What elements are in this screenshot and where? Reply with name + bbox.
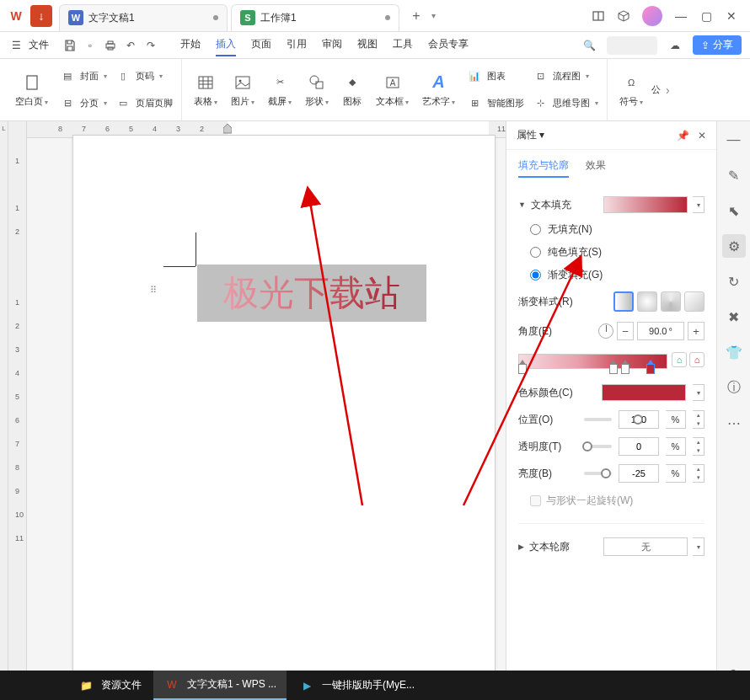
tab-doc1[interactable]: W 文字文稿1 bbox=[59, 4, 228, 31]
undo-icon[interactable]: ↶ bbox=[123, 38, 138, 53]
angle-decrease[interactable]: − bbox=[617, 322, 634, 340]
stop-color-swatch[interactable] bbox=[602, 384, 686, 401]
brightness-input[interactable] bbox=[619, 464, 659, 483]
canvas-area[interactable]: 8 7 6 5 4 3 2 1 1 2 3 4 5 6 7 8 9 10 11 … bbox=[27, 121, 506, 671]
more-button[interactable]: 公 bbox=[650, 80, 662, 99]
file-menu[interactable]: 文件 bbox=[29, 38, 49, 52]
stop-color-dropdown[interactable]: ▾ bbox=[693, 384, 704, 401]
fill-solid-radio[interactable]: 纯色填充(S) bbox=[518, 241, 704, 264]
wordart-button[interactable]: A艺术字▾ bbox=[415, 69, 462, 111]
ribbon-tab-view[interactable]: 视图 bbox=[357, 34, 378, 56]
gradient-stops-bar[interactable]: ⌂ ⌂ bbox=[518, 350, 704, 374]
gradient-stop-4[interactable] bbox=[646, 364, 655, 374]
tab-sheet1[interactable]: S 工作簿1 bbox=[231, 4, 399, 31]
task-wps[interactable]: W 文字文稿1 - WPS ... bbox=[153, 671, 287, 700]
icon-button[interactable]: ◆图标 bbox=[335, 69, 369, 111]
flowchart-button[interactable]: ⊡流程图▾ bbox=[528, 66, 602, 88]
header-footer-button[interactable]: ▭页眉页脚 bbox=[110, 93, 176, 115]
wps-logo-icon[interactable]: W bbox=[5, 5, 27, 27]
search-icon[interactable]: 🔍 bbox=[581, 38, 597, 53]
drag-handle-icon[interactable]: ⠿ bbox=[150, 288, 162, 300]
chart-button[interactable]: 📊图表 bbox=[462, 66, 528, 88]
cube-icon[interactable] bbox=[617, 9, 630, 23]
document-page[interactable] bbox=[72, 135, 496, 671]
symbol-button[interactable]: Ω符号▾ bbox=[613, 69, 650, 111]
fill-preview-swatch[interactable] bbox=[603, 196, 688, 213]
cloud-icon[interactable]: ☁ bbox=[667, 38, 683, 53]
rt-settings-icon[interactable]: ⚙ bbox=[722, 234, 746, 258]
opacity-input[interactable] bbox=[619, 437, 659, 456]
rt-minimize-icon[interactable]: — bbox=[722, 128, 746, 152]
gradient-linear-icon[interactable] bbox=[613, 291, 634, 312]
add-stop-icon[interactable]: ⌂ bbox=[672, 352, 687, 367]
section-text-fill[interactable]: ▼ 文本填充 ▾ bbox=[518, 191, 704, 218]
close-button[interactable]: ✕ bbox=[725, 9, 738, 23]
outline-dropdown[interactable]: ▾ bbox=[693, 537, 704, 556]
ribbon-tab-start[interactable]: 开始 bbox=[180, 34, 201, 56]
print-preview-icon[interactable]: ▫ bbox=[83, 38, 98, 53]
ribbon-tab-member[interactable]: 会员专享 bbox=[428, 34, 469, 56]
props-tab-effect[interactable]: 效果 bbox=[586, 155, 606, 178]
save-icon[interactable] bbox=[62, 38, 78, 53]
remove-stop-icon[interactable]: ⌂ bbox=[689, 352, 704, 367]
rt-help-icon[interactable]: ⓘ bbox=[722, 376, 746, 399]
angle-increase[interactable]: + bbox=[688, 322, 704, 340]
cover-button[interactable]: ▤封面▾ bbox=[55, 66, 110, 88]
rotate-with-shape-check[interactable]: 与形状一起旋转(W) bbox=[518, 487, 704, 515]
print-icon[interactable] bbox=[103, 38, 118, 53]
gradient-stop-1[interactable] bbox=[518, 364, 527, 374]
ribbon-tab-tools[interactable]: 工具 bbox=[393, 34, 413, 56]
section-text-outline[interactable]: ▶ 文本轮廓 无 ▾ bbox=[518, 532, 704, 561]
gradient-radial-icon[interactable] bbox=[637, 291, 657, 312]
brightness-stepper[interactable]: ▴▾ bbox=[693, 464, 704, 483]
rt-refresh-icon[interactable]: ↻ bbox=[722, 270, 746, 293]
rt-select-icon[interactable]: ⬉ bbox=[722, 199, 746, 222]
position-slider[interactable] bbox=[584, 418, 612, 421]
outline-value[interactable]: 无 bbox=[603, 537, 688, 556]
hamburger-icon[interactable]: ☰ bbox=[8, 38, 24, 53]
angle-value[interactable]: 90.0° bbox=[637, 322, 684, 340]
rt-template-icon[interactable]: 👕 bbox=[722, 340, 746, 364]
ribbon-tab-insert[interactable]: 插入 bbox=[216, 34, 236, 56]
task-helper[interactable]: ▶ 一键排版助手(MyE... bbox=[288, 671, 425, 700]
mindmap-button[interactable]: ⊹思维导图▾ bbox=[528, 93, 602, 115]
pin-icon[interactable]: 📌 bbox=[677, 130, 689, 142]
brightness-slider[interactable] bbox=[584, 472, 612, 475]
vertical-ruler[interactable]: 1 1 2 1 2 3 4 5 6 7 8 9 10 11 bbox=[8, 121, 27, 671]
opacity-stepper[interactable]: ▴▾ bbox=[693, 437, 704, 456]
fill-dropdown[interactable]: ▾ bbox=[693, 196, 704, 213]
picture-button[interactable]: 图片▾ bbox=[224, 69, 261, 111]
search-input[interactable] bbox=[607, 36, 657, 55]
rt-more-icon[interactable]: ⋯ bbox=[722, 411, 746, 435]
fill-none-radio[interactable]: 无填充(N) bbox=[518, 218, 704, 241]
table-button[interactable]: 表格▾ bbox=[187, 69, 224, 111]
angle-dial[interactable] bbox=[598, 323, 613, 339]
ribbon-tab-review[interactable]: 审阅 bbox=[322, 34, 342, 56]
rt-tools-icon[interactable]: ✖ bbox=[722, 305, 746, 329]
gradient-path-icon[interactable] bbox=[684, 291, 704, 312]
screenshot-button[interactable]: ✂截屏▾ bbox=[261, 69, 298, 111]
shape-button[interactable]: 形状▾ bbox=[298, 69, 335, 111]
gradient-rect-icon[interactable] bbox=[661, 291, 681, 312]
fill-gradient-radio[interactable]: 渐变填充(G) bbox=[518, 264, 704, 286]
props-tab-fill[interactable]: 填充与轮廓 bbox=[518, 155, 569, 178]
user-avatar[interactable] bbox=[642, 6, 662, 26]
new-tab-button[interactable]: + bbox=[404, 4, 428, 28]
ribbon-scroll-right[interactable]: › bbox=[666, 83, 679, 97]
tabs-dropdown[interactable]: ▾ bbox=[431, 11, 436, 20]
smartart-button[interactable]: ⊞智能图形 bbox=[462, 93, 528, 115]
panel-icon[interactable] bbox=[592, 9, 605, 23]
task-folder[interactable]: 📁 资源文件 bbox=[67, 671, 152, 700]
blank-page-button[interactable]: 空白页▾ bbox=[8, 69, 55, 111]
selected-wordart[interactable]: 极光下载站 bbox=[197, 265, 426, 322]
page-num-button[interactable]: ▯页码▾ bbox=[110, 66, 176, 88]
ribbon-tab-page[interactable]: 页面 bbox=[251, 34, 271, 56]
redo-icon[interactable]: ↷ bbox=[143, 38, 158, 53]
gradient-stop-2[interactable] bbox=[609, 364, 618, 374]
rt-pen-icon[interactable]: ✎ bbox=[722, 163, 746, 187]
position-stepper[interactable]: ▴▾ bbox=[693, 410, 704, 429]
share-button[interactable]: ⇪ 分享 bbox=[693, 35, 742, 55]
maximize-button[interactable]: ▢ bbox=[699, 9, 713, 23]
close-panel-icon[interactable]: ✕ bbox=[698, 130, 706, 142]
opacity-slider[interactable] bbox=[584, 445, 612, 448]
